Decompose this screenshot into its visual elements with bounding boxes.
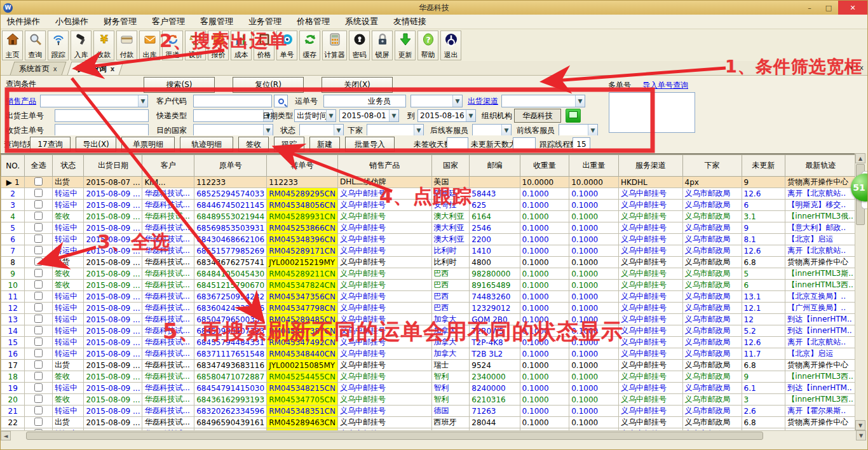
row-select-checkbox[interactable] (34, 212, 43, 220)
toolbar-search-button[interactable]: 查询 (25, 31, 46, 60)
import-numbers-link[interactable]: 导入单号查询 (642, 79, 688, 92)
toolbar-outbound-mail-button[interactable]: 出库 (139, 31, 160, 60)
toolbar-bar-chart-button[interactable]: 成本 (231, 31, 252, 60)
row-select-checkbox[interactable] (34, 303, 43, 311)
toolbar-home-button[interactable]: 主页 (2, 31, 23, 60)
table-row[interactable]: 13转运中2015-08-09 ...华磊科技试...6850479650035… (1, 314, 856, 325)
invoice-detail-button[interactable]: 单票明细 (121, 137, 175, 152)
row-select-checkbox[interactable] (34, 418, 43, 426)
row-select-cell[interactable] (25, 234, 53, 245)
table-row[interactable]: 5转运中2015-08-09 ...华磊科技试...68569853503931… (1, 222, 856, 234)
track-threads-input[interactable] (573, 137, 590, 151)
scroll-left-icon[interactable]: ◄ (1, 431, 11, 440)
row-select-cell[interactable] (25, 394, 53, 406)
table-row[interactable]: 4签收2015-08-09 ...华磊科技试...68489553021944R… (1, 211, 856, 222)
search-button[interactable]: 搜索(S) (144, 77, 215, 93)
row-select-checkbox[interactable] (34, 257, 43, 266)
product-link[interactable]: 销售产品 (6, 95, 36, 107)
horizontal-scroll-thumb[interactable] (26, 432, 763, 440)
scroll-corner-down-icon[interactable]: ▼ (856, 430, 866, 440)
table-row[interactable]: 7转运中2015-08-09 ...华磊科技试...68551577985269… (1, 245, 856, 257)
org-picker-monitor-icon[interactable] (566, 109, 581, 123)
row-select-checkbox[interactable] (34, 383, 43, 392)
menu-item-9[interactable]: 友情链接 (393, 16, 426, 27)
toolbar-eye-button[interactable]: 单号 (276, 31, 297, 60)
row-select-checkbox[interactable] (34, 235, 43, 243)
scroll-up-icon[interactable]: ▲ (855, 153, 865, 163)
export-button[interactable]: 导出(X) (76, 137, 116, 152)
toolbar-track-signal-button[interactable]: 跟踪 (48, 31, 69, 60)
menu-item-7[interactable]: 价格管理 (297, 16, 330, 27)
table-row[interactable]: ▶ 1出货2015-08-07 ...KIM...112233112233DHL… (1, 177, 856, 188)
row-select-checkbox[interactable] (34, 223, 43, 231)
table-row[interactable]: 6转运中2015-08-09 ...华磊科技试...68430468662106… (1, 234, 856, 245)
menu-item-1[interactable]: 快件操作 (7, 16, 40, 27)
track-detail-button[interactable]: 轨迹明细 (180, 137, 233, 152)
org-value-box[interactable]: 华磊科技 (514, 109, 561, 123)
new-button[interactable]: 新建 (309, 137, 340, 152)
toolbar-help-button[interactable]: ?帮助 (417, 31, 438, 60)
row-select-checkbox[interactable] (34, 269, 43, 277)
express-type-select[interactable]: ▼ (193, 109, 273, 122)
column-header-2[interactable]: 全选 (25, 155, 53, 177)
row-select-cell[interactable] (25, 177, 53, 188)
row-select-cell[interactable] (25, 291, 53, 303)
row-select-checkbox[interactable] (34, 395, 43, 403)
menu-item-3[interactable]: 财务管理 (104, 16, 137, 27)
table-row[interactable]: 17出货2015-08-09 ...华磊科技试...68347493683116… (1, 360, 856, 371)
track-button[interactable]: 跟踪 (274, 137, 304, 152)
row-select-checkbox[interactable] (34, 292, 43, 300)
table-row[interactable]: 3转运中2015-08-09 ...华磊科技试...68446745021145… (1, 200, 856, 211)
row-select-checkbox[interactable] (34, 315, 43, 323)
table-row[interactable]: 20签收2015-08-09 ...华磊科技试...68436162993193… (1, 394, 856, 406)
toolbar-scales-button[interactable]: 设价 (185, 31, 206, 60)
row-select-cell[interactable] (25, 406, 53, 417)
table-row[interactable]: 14转运中2015-08-09 ...华磊科技试...6845098040739… (1, 325, 856, 337)
customer-code-input[interactable] (193, 95, 272, 107)
row-select-checkbox[interactable] (34, 326, 43, 334)
toolbar-price-book-button[interactable]: 价格 (254, 31, 275, 60)
status-select[interactable]: ▼ (299, 124, 344, 137)
row-select-checkbox[interactable] (34, 280, 43, 289)
row-select-cell[interactable] (25, 303, 53, 314)
toolbar-quote-book-button[interactable]: 报价 (208, 31, 229, 60)
toolbar-credit-card-button[interactable]: 付款 (116, 31, 137, 60)
table-row[interactable]: 9签收2015-08-09 ...华磊科技试...68484105045430R… (1, 268, 856, 280)
dest-country-select[interactable]: ▼ (193, 124, 273, 137)
row-select-checkbox[interactable] (34, 177, 43, 186)
tab-close-icon[interactable]: x (53, 65, 57, 72)
out-channel-link[interactable]: 出货渠道 (468, 95, 498, 107)
table-row[interactable]: 19转运中2015-08-09 ...华磊科技试...6845479141503… (1, 383, 856, 394)
toolbar-power-button[interactable]: 退出 (440, 31, 461, 60)
row-select-cell[interactable] (25, 348, 53, 360)
row-select-cell[interactable] (25, 417, 53, 428)
recv-master-input[interactable] (55, 124, 149, 137)
row-select-cell[interactable] (25, 371, 53, 383)
row-select-cell[interactable] (25, 383, 53, 394)
multi-number-textarea[interactable] (609, 92, 695, 133)
tab-system-home[interactable]: 系统首页 x (10, 62, 67, 75)
waybill-input[interactable] (323, 95, 406, 107)
menu-item-8[interactable]: 系统设置 (345, 16, 378, 27)
row-select-checkbox[interactable] (34, 360, 43, 369)
row-select-cell[interactable] (25, 245, 53, 257)
date-type-select[interactable]: 出货时间▼ (294, 109, 336, 122)
menu-item-4[interactable]: 客户管理 (152, 16, 185, 27)
tabbar-close-icon[interactable]: x (859, 64, 864, 72)
table-row[interactable]: 8出货2015-08-09 ...华磊科技试...68343676275741J… (1, 257, 856, 268)
tab-track-query[interactable]: 轨迹查询 x (67, 62, 124, 75)
sign-button[interactable]: 签收 (238, 137, 269, 152)
table-row[interactable]: 18签收2015-08-09 ...华磊科技试...68580471072887… (1, 371, 856, 383)
table-row[interactable]: 15转运中2015-08-09 ...华磊科技试...6845579448433… (1, 337, 856, 348)
row-select-cell[interactable] (25, 360, 53, 371)
row-select-cell[interactable] (25, 325, 53, 337)
table-row[interactable]: 2转运中2015-08-09 ...华磊科技试...68525294574033… (1, 188, 856, 200)
menu-item-5[interactable]: 客服管理 (200, 16, 233, 27)
date-from-select[interactable]: 2015-08-01▼ (339, 109, 399, 122)
toolbar-recycle-button[interactable]: 缓存 (299, 31, 320, 60)
unsigned-days-input[interactable] (447, 137, 468, 151)
scroll-down-icon[interactable]: ▼ (855, 420, 865, 430)
row-select-checkbox[interactable] (34, 349, 43, 357)
salesman-select[interactable]: ▼ (410, 95, 463, 107)
tab-close-icon[interactable]: x (111, 65, 114, 72)
